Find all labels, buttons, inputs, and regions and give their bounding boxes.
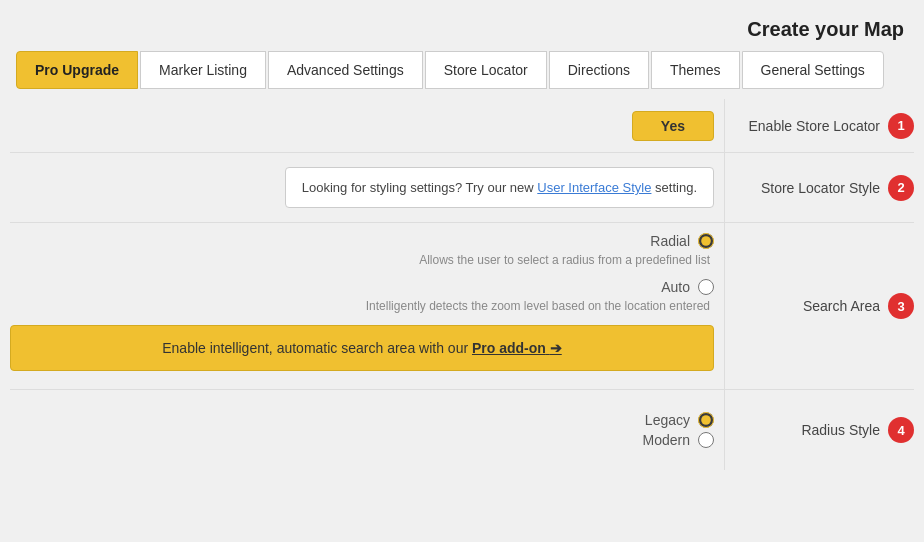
enable-left: Yes [10,99,724,152]
auto-radio[interactable] [698,279,714,295]
tabs-bar: Pro Upgrade Marker Listing Advanced Sett… [0,51,924,89]
style-notice-suffix: setting [651,180,693,195]
page-wrapper: Create your Map Pro Upgrade Marker Listi… [0,0,924,542]
content-area: Yes Enable Store Locator 1 .Looking for … [10,99,914,519]
modern-label: Modern [643,432,690,448]
auto-label: Auto [661,279,690,295]
pro-addon-prefix: Enable intelligent, automatic search are… [162,340,472,356]
legacy-label: Legacy [645,412,690,428]
section-number-4: 4 [888,417,914,443]
page-title: Create your Map [747,18,904,40]
tab-themes[interactable]: Themes [651,51,740,89]
tab-store-locator[interactable]: Store Locator [425,51,547,89]
tab-pro-upgrade[interactable]: Pro Upgrade [16,51,138,89]
page-header: Create your Map [0,0,924,51]
radius-style-row: Legacy Modern Radius Style 4 [10,390,914,470]
store-locator-style-label: Store Locator Style [761,180,880,196]
legacy-radio[interactable] [698,412,714,428]
radial-label: Radial [650,233,690,249]
yes-button[interactable]: Yes [632,111,714,141]
section-number-1: 1 [888,113,914,139]
radial-hint: Allows the user to select a radius from … [419,253,714,267]
search-area-right: Search Area 3 [724,223,914,389]
radius-style-label: Radius Style [801,422,880,438]
radial-row: Radial [650,233,714,249]
store-locator-style-row: .Looking for styling settings? Try our n… [10,153,914,223]
style-left: .Looking for styling settings? Try our n… [10,153,724,222]
enable-store-locator-label: Enable Store Locator [748,118,880,134]
auto-row: Auto [661,279,714,295]
enable-right: Enable Store Locator 1 [724,99,914,152]
pro-addon-button[interactable]: Enable intelligent, automatic search are… [10,325,714,371]
radius-left: Legacy Modern [10,390,724,470]
main-content: Yes Enable Store Locator 1 .Looking for … [0,99,924,519]
search-area-row: Radial Allows the user to select a radiu… [10,223,914,390]
tab-marker-listing[interactable]: Marker Listing [140,51,266,89]
radial-radio[interactable] [698,233,714,249]
enable-store-locator-row: Yes Enable Store Locator 1 [10,99,914,153]
radius-right: Radius Style 4 [724,390,914,470]
tab-directions[interactable]: Directions [549,51,649,89]
search-area-label: Search Area [803,298,880,314]
auto-hint: Intelligently detects the zoom level bas… [366,299,714,313]
section-number-2: 2 [888,175,914,201]
user-interface-style-link[interactable]: User Interface Style [537,180,651,195]
tab-general-settings[interactable]: General Settings [742,51,884,89]
search-area-left: Radial Allows the user to select a radiu… [10,223,724,389]
modern-row: Modern [643,432,714,448]
legacy-row: Legacy [645,412,714,428]
style-notice: .Looking for styling settings? Try our n… [285,167,714,208]
modern-radio[interactable] [698,432,714,448]
section-number-3: 3 [888,293,914,319]
style-right: Store Locator Style 2 [724,153,914,222]
pro-addon-link: Pro add-on ➔ [472,340,562,356]
tab-advanced-settings[interactable]: Advanced Settings [268,51,423,89]
